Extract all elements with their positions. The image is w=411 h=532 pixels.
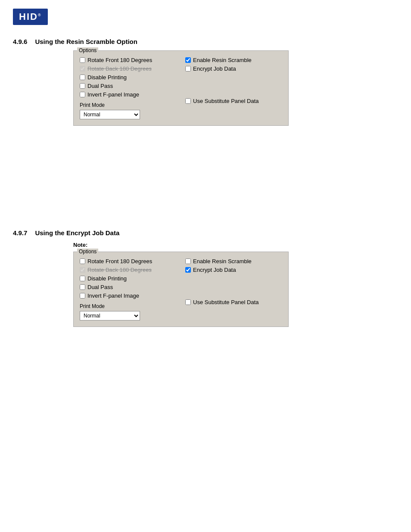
cb-encrypt-job-497: Encrypt Job Data bbox=[185, 267, 282, 273]
cb-rotate-back-497: Rotate Back 180 Degrees bbox=[80, 267, 177, 273]
print-mode-label-497: Print Mode bbox=[80, 303, 177, 309]
print-mode-dropdown-496[interactable]: Normal Draft High Quality bbox=[80, 110, 140, 119]
checkbox-dual-pass-497[interactable] bbox=[80, 284, 85, 290]
label-rotate-front-497: Rotate Front 180 Degrees bbox=[87, 258, 152, 264]
cb-use-substitute-496: Use Substitute Panel Data bbox=[185, 98, 282, 104]
checkbox-rotate-back-497[interactable] bbox=[80, 267, 85, 273]
print-mode-section-497: Print Mode Normal Draft High Quality bbox=[80, 303, 177, 320]
section-title-497: Using the Encrypt Job Data bbox=[35, 229, 119, 236]
print-mode-label-496: Print Mode bbox=[80, 102, 177, 108]
label-dual-pass-496: Dual Pass bbox=[87, 83, 113, 89]
print-mode-section-496: Print Mode Normal Draft High Quality bbox=[80, 102, 177, 119]
print-mode-select-row-497: Normal Draft High Quality bbox=[80, 311, 177, 320]
options-left-496: Rotate Front 180 Degrees Rotate Back 180… bbox=[80, 57, 177, 119]
checkbox-rotate-front-497[interactable] bbox=[80, 258, 85, 264]
checkbox-invert-fpanel-496[interactable] bbox=[80, 92, 85, 97]
cb-disable-print-496: Disable Printing bbox=[80, 74, 177, 81]
label-disable-print-496: Disable Printing bbox=[87, 74, 127, 81]
checkbox-use-substitute-497[interactable] bbox=[185, 299, 191, 305]
options-body-496: Rotate Front 180 Degrees Rotate Back 180… bbox=[80, 57, 282, 119]
label-invert-fpanel-496: Invert F-panel Image bbox=[87, 91, 139, 98]
options-panel-496: Options Rotate Front 180 Degrees Rotate … bbox=[73, 50, 289, 126]
right-bottom-497: Use Substitute Panel Data bbox=[185, 299, 282, 305]
label-invert-fpanel-497: Invert F-panel Image bbox=[87, 292, 139, 299]
checkbox-enable-resin-497[interactable] bbox=[185, 258, 191, 264]
label-encrypt-job-497: Encrypt Job Data bbox=[193, 267, 236, 273]
cb-invert-fpanel-497: Invert F-panel Image bbox=[80, 292, 177, 299]
label-rotate-front-496: Rotate Front 180 Degrees bbox=[87, 57, 152, 63]
spacer-1 bbox=[13, 143, 398, 229]
section-resin-scramble: 4.9.6Using the Resin Scramble Option Opt… bbox=[13, 38, 398, 126]
cb-dual-pass-496: Dual Pass bbox=[80, 83, 177, 89]
checkbox-rotate-back-496[interactable] bbox=[80, 66, 85, 72]
note-label-497: Note: bbox=[73, 242, 398, 248]
section-title-496: Using the Resin Scramble Option bbox=[35, 38, 137, 45]
checkbox-use-substitute-496[interactable] bbox=[185, 98, 191, 104]
checkbox-dual-pass-496[interactable] bbox=[80, 83, 85, 89]
logo-area: HID® bbox=[13, 9, 398, 25]
label-encrypt-job-496: Encrypt Job Data bbox=[193, 65, 236, 72]
label-disable-print-497: Disable Printing bbox=[87, 275, 127, 282]
cb-dual-pass-497: Dual Pass bbox=[80, 284, 177, 290]
options-panel-497: Options Rotate Front 180 Degrees Rotate … bbox=[73, 252, 289, 327]
section-heading-496: 4.9.6Using the Resin Scramble Option bbox=[13, 38, 398, 45]
section-encrypt-job: 4.9.7Using the Encrypt Job Data Note: Op… bbox=[13, 229, 398, 327]
label-enable-resin-497: Enable Resin Scramble bbox=[193, 258, 252, 264]
label-rotate-back-496: Rotate Back 180 Degrees bbox=[87, 65, 152, 72]
right-bottom-496: Use Substitute Panel Data bbox=[185, 98, 282, 104]
options-body-497: Rotate Front 180 Degrees Rotate Back 180… bbox=[80, 258, 282, 320]
options-right-496: Enable Resin Scramble Encrypt Job Data U… bbox=[185, 57, 282, 119]
hid-logo: HID® bbox=[13, 9, 48, 25]
label-use-substitute-496: Use Substitute Panel Data bbox=[193, 98, 258, 104]
section-num-497: 4.9.7 bbox=[13, 229, 27, 236]
options-right-497: Enable Resin Scramble Encrypt Job Data U… bbox=[185, 258, 282, 320]
checkbox-disable-print-497[interactable] bbox=[80, 276, 85, 281]
label-use-substitute-497: Use Substitute Panel Data bbox=[193, 299, 258, 305]
options-panel-title-496: Options bbox=[77, 47, 98, 53]
section-heading-497: 4.9.7Using the Encrypt Job Data bbox=[13, 229, 398, 236]
print-mode-dropdown-497[interactable]: Normal Draft High Quality bbox=[80, 311, 140, 320]
checkbox-invert-fpanel-497[interactable] bbox=[80, 293, 85, 299]
options-left-497: Rotate Front 180 Degrees Rotate Back 180… bbox=[80, 258, 177, 320]
checkbox-encrypt-job-497[interactable] bbox=[185, 267, 191, 273]
logo-trademark: ® bbox=[38, 13, 42, 17]
checkbox-enable-resin-496[interactable] bbox=[185, 57, 191, 63]
checkbox-encrypt-job-496[interactable] bbox=[185, 66, 191, 72]
cb-encrypt-job-496: Encrypt Job Data bbox=[185, 65, 282, 72]
cb-rotate-front-496: Rotate Front 180 Degrees bbox=[80, 57, 177, 63]
print-mode-select-row-496: Normal Draft High Quality bbox=[80, 110, 177, 119]
cb-disable-print-497: Disable Printing bbox=[80, 275, 177, 282]
label-dual-pass-497: Dual Pass bbox=[87, 284, 113, 290]
label-enable-resin-496: Enable Resin Scramble bbox=[193, 57, 252, 63]
checkbox-rotate-front-496[interactable] bbox=[80, 57, 85, 63]
cb-enable-resin-496: Enable Resin Scramble bbox=[185, 57, 282, 63]
checkbox-disable-print-496[interactable] bbox=[80, 75, 85, 80]
cb-invert-fpanel-496: Invert F-panel Image bbox=[80, 91, 177, 98]
cb-rotate-front-497: Rotate Front 180 Degrees bbox=[80, 258, 177, 264]
cb-rotate-back-496: Rotate Back 180 Degrees bbox=[80, 65, 177, 72]
label-rotate-back-497: Rotate Back 180 Degrees bbox=[87, 267, 152, 273]
options-panel-title-497: Options bbox=[77, 249, 98, 255]
cb-enable-resin-497: Enable Resin Scramble bbox=[185, 258, 282, 264]
section-num-496: 4.9.6 bbox=[13, 38, 27, 45]
logo-text: HID bbox=[19, 11, 38, 22]
cb-use-substitute-497: Use Substitute Panel Data bbox=[185, 299, 282, 305]
